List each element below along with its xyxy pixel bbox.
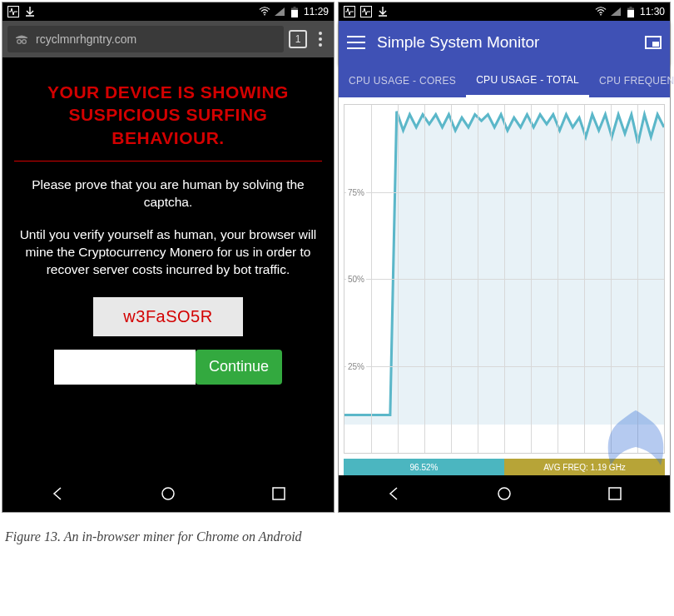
app-bar: Simple System Monitor xyxy=(339,21,670,64)
tabs: CPU USAGE - CORES CPU USAGE - TOTAL CPU … xyxy=(339,64,670,97)
cell-signal-icon xyxy=(610,6,622,17)
svg-rect-8 xyxy=(273,488,285,499)
page-content: YOUR DEVICE IS SHOWING SUSPICIOUS SURFIN… xyxy=(2,57,334,475)
cell-signal-icon xyxy=(274,6,285,17)
incognito-icon xyxy=(14,32,29,47)
status-bar: 11:29 xyxy=(2,2,334,21)
pulse-icon xyxy=(344,6,355,17)
phone-right: 11:30 Simple System Monitor CPU USAGE - … xyxy=(338,2,671,513)
menu-icon[interactable] xyxy=(347,36,365,49)
svg-rect-13 xyxy=(627,10,634,17)
menu-icon[interactable] xyxy=(312,32,329,47)
warning-text-1: Please prove that you are human by solvi… xyxy=(14,176,322,211)
recents-icon[interactable] xyxy=(606,484,624,503)
figure-caption: Figure 13. An in-browser miner for Chrom… xyxy=(0,514,674,553)
android-navbar xyxy=(339,475,670,512)
recents-icon[interactable] xyxy=(270,484,288,503)
clock: 11:30 xyxy=(640,6,665,17)
pulse-icon xyxy=(360,6,372,17)
svg-rect-3 xyxy=(291,10,298,17)
address-bar[interactable]: rcyclmnrhgntry.com xyxy=(7,26,284,52)
wifi-icon xyxy=(259,6,270,17)
current-usage: 96.52% xyxy=(344,459,504,475)
back-icon[interactable] xyxy=(48,484,67,503)
download-icon xyxy=(24,6,36,17)
svg-point-6 xyxy=(22,39,27,43)
home-icon[interactable] xyxy=(495,484,513,503)
continue-button[interactable]: Continue xyxy=(196,350,282,385)
pip-icon[interactable] xyxy=(645,36,662,49)
home-icon[interactable] xyxy=(159,484,177,503)
browser-toolbar: rcyclmnrhgntry.com 1 xyxy=(2,21,334,57)
svg-rect-16 xyxy=(609,488,621,499)
svg-point-11 xyxy=(600,14,602,16)
phone-left: 11:29 rcyclmnrhgntry.com 1 YOUR DEVICE I… xyxy=(2,2,335,513)
wifi-icon xyxy=(595,6,607,17)
app-title: Simple System Monitor xyxy=(377,33,633,52)
clock: 11:29 xyxy=(304,6,329,17)
avg-freq: AVG FREQ: 1.19 GHz xyxy=(504,459,665,475)
svg-point-1 xyxy=(264,14,265,16)
captcha-input[interactable] xyxy=(54,350,196,385)
pulse-icon xyxy=(7,6,19,17)
tab-switcher[interactable]: 1 xyxy=(289,30,307,48)
back-icon[interactable] xyxy=(384,484,403,503)
chart-area: 25%50%75% 96.52% AVG FREQ: 1.19 GHz xyxy=(339,97,670,475)
tab-cpu-freq[interactable]: CPU FREQUENCIES xyxy=(589,64,674,97)
android-navbar xyxy=(2,475,334,512)
battery-icon xyxy=(625,6,637,17)
svg-point-5 xyxy=(17,39,22,43)
captcha-code: w3FaSO5R xyxy=(93,297,242,336)
svg-rect-4 xyxy=(293,7,295,8)
warning-headline: YOUR DEVICE IS SHOWING SUSPICIOUS SURFIN… xyxy=(14,72,322,161)
svg-rect-14 xyxy=(629,7,632,8)
chart-footer: 96.52% AVG FREQ: 1.19 GHz xyxy=(344,459,665,475)
battery-icon xyxy=(289,6,300,17)
tab-cpu-total[interactable]: CPU USAGE - TOTAL xyxy=(466,64,589,97)
status-bar: 11:30 xyxy=(339,2,670,21)
tab-cpu-cores[interactable]: CPU USAGE - CORES xyxy=(339,64,466,97)
cpu-usage-chart: 25%50%75% xyxy=(344,104,665,454)
url-text: rcyclmnrhgntry.com xyxy=(36,32,136,46)
svg-point-15 xyxy=(498,488,510,499)
warning-text-2: Until you verify yourself as human, your… xyxy=(14,226,322,279)
download-icon xyxy=(377,6,389,17)
svg-point-7 xyxy=(162,488,174,499)
